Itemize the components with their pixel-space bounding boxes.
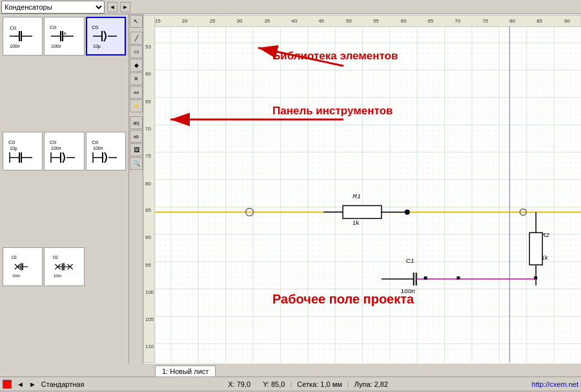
svg-rect-91 (343, 205, 382, 218)
top-bar: Конденсаторы Резисторы Катушки ◄ ► (0, 0, 581, 14)
annotation-library: Библиотека элементов (272, 50, 398, 63)
schematic-svg: 15 20 25 30 35 40 45 50 55 60 65 70 75 8… (143, 14, 581, 364)
lib-item-c0-100n-xx[interactable]: C0 100п (44, 247, 84, 286)
svg-text:70: 70 (455, 18, 461, 24)
tool-noconnect[interactable]: ✕ (130, 72, 143, 85)
svg-text:65: 65 (145, 99, 151, 105)
lib-item-c0-100n-1[interactable]: C0 100п (3, 17, 43, 56)
svg-rect-74 (143, 15, 155, 362)
tab-bar: 1: Новый лист (0, 364, 581, 377)
tool-image[interactable]: 🖼 (130, 143, 143, 156)
svg-text:70: 70 (145, 126, 151, 132)
svg-text:100п: 100п (10, 44, 20, 48)
svg-text:53: 53 (145, 44, 151, 50)
tool-power[interactable]: ⚡ (130, 99, 143, 112)
svg-text:35: 35 (264, 18, 270, 24)
next-button[interactable]: ► (120, 2, 130, 12)
library-grid: C0 100п C0 + 100п (0, 14, 128, 364)
svg-rect-56 (143, 15, 581, 362)
tool-separator1 (130, 28, 143, 31)
svg-text:60: 60 (145, 71, 151, 77)
svg-text:100п: 100п (51, 146, 61, 150)
svg-text:60: 60 (401, 18, 407, 24)
lib-item-c0-100n-2[interactable]: C0 + 100п (44, 17, 84, 56)
svg-text:85: 85 (536, 18, 542, 24)
svg-text:C0: C0 (10, 25, 17, 31)
tool-zoom[interactable]: 🔍 (130, 157, 143, 170)
svg-text:C0: C0 (92, 25, 99, 30)
status-standard-label: Стандартная (41, 380, 85, 388)
svg-point-95 (405, 209, 410, 214)
svg-text:80: 80 (509, 18, 515, 24)
svg-text:50: 50 (346, 18, 352, 24)
svg-text:40: 40 (291, 18, 297, 24)
svg-text:90: 90 (145, 234, 151, 240)
tool-text-ab1[interactable]: ab| (130, 116, 143, 129)
svg-text:65: 65 (428, 18, 434, 24)
tool-bus[interactable]: ▭ (130, 45, 143, 58)
schematic-area[interactable]: 15 20 25 30 35 40 45 50 55 60 65 70 75 8… (143, 14, 581, 364)
tool-junction[interactable]: ◆ (130, 59, 143, 72)
svg-text:95: 95 (145, 262, 151, 268)
prev-button[interactable]: ◄ (107, 2, 117, 12)
status-cursor: Лупа: 2,82 (354, 380, 388, 388)
toolbar: ↖ ╱ ▭ ◆ ✕ ≡≡ ⚡ ab| ab 🖼 🔍 (129, 14, 143, 364)
nav-prev[interactable]: ◄ (17, 380, 24, 388)
svg-text:+: + (63, 30, 66, 37)
library-panel: C0 100п C0 + 100п (0, 14, 129, 364)
svg-text:C0: C0 (8, 139, 15, 145)
main-area: C0 100п C0 + 100п (0, 14, 581, 364)
svg-text:1k: 1k (352, 219, 360, 226)
lib-item-c0-100n-bar2[interactable]: C0 100п (86, 132, 126, 170)
svg-text:10µ: 10µ (93, 44, 101, 49)
tab-sheet1[interactable]: 1: Новый лист (155, 366, 216, 377)
lib-item-c0-10u-polar[interactable]: C0 10µ (3, 132, 43, 170)
svg-text:100п: 100п (93, 146, 103, 150)
status-grid: Сетка: 1,0 мм (297, 380, 342, 388)
status-bar-bottom1: ◄ ► Стандартная X: 79,0 Y: 85,0 | Сетка:… (0, 377, 581, 391)
nav-next[interactable]: ► (29, 380, 36, 388)
svg-text:85: 85 (145, 207, 151, 213)
svg-text:100: 100 (145, 289, 154, 295)
tool-select[interactable]: ↖ (130, 15, 143, 28)
annotation-toolbar: Панель инструментов (272, 105, 393, 118)
svg-text:25: 25 (210, 18, 216, 24)
svg-text:30: 30 (237, 18, 243, 24)
svg-text:100п: 100п (51, 44, 61, 48)
svg-text:C0: C0 (50, 25, 57, 30)
svg-text:110: 110 (145, 344, 154, 349)
tool-component[interactable]: ≡≡ (130, 86, 143, 99)
annotation-workspace: Рабочее поле проекта (272, 292, 414, 307)
svg-text:105: 105 (145, 316, 154, 322)
status-indicator (3, 380, 12, 389)
svg-text:20: 20 (182, 18, 188, 24)
svg-text:80: 80 (145, 181, 151, 187)
svg-text:100п: 100п (12, 274, 20, 278)
lib-item-c0-100n-bar[interactable]: C0 100п (44, 132, 84, 170)
svg-text:C0: C0 (92, 139, 99, 145)
svg-text:C0: C0 (12, 255, 17, 260)
svg-text:55: 55 (373, 18, 379, 24)
status-website: http://cxem.net (532, 380, 578, 388)
svg-text:45: 45 (318, 18, 324, 24)
lib-item-c0-10u-selected[interactable]: C0 10µ (86, 17, 126, 56)
status-coords-y: Y: 85,0 (263, 380, 285, 388)
svg-text:C0: C0 (53, 255, 59, 260)
tool-text-ab2[interactable]: ab (130, 130, 143, 143)
svg-rect-100 (529, 232, 542, 265)
svg-rect-108 (424, 276, 427, 280)
svg-text:15: 15 (155, 18, 161, 24)
lib-item-c0-100n-x[interactable]: C0 100п (3, 247, 43, 286)
svg-rect-57 (143, 15, 581, 26)
svg-text:R1: R1 (352, 192, 361, 200)
tool-separator2 (130, 113, 143, 116)
svg-text:100п: 100п (54, 274, 61, 278)
svg-text:C0: C0 (50, 139, 57, 145)
svg-text:75: 75 (145, 153, 151, 159)
svg-text:10µ: 10µ (10, 146, 17, 151)
svg-text:C1: C1 (406, 257, 414, 264)
svg-text:90: 90 (564, 18, 570, 24)
svg-text:75: 75 (482, 18, 488, 24)
tool-wire[interactable]: ╱ (130, 32, 143, 45)
component-category-dropdown[interactable]: Конденсаторы Резисторы Катушки (1, 1, 105, 14)
